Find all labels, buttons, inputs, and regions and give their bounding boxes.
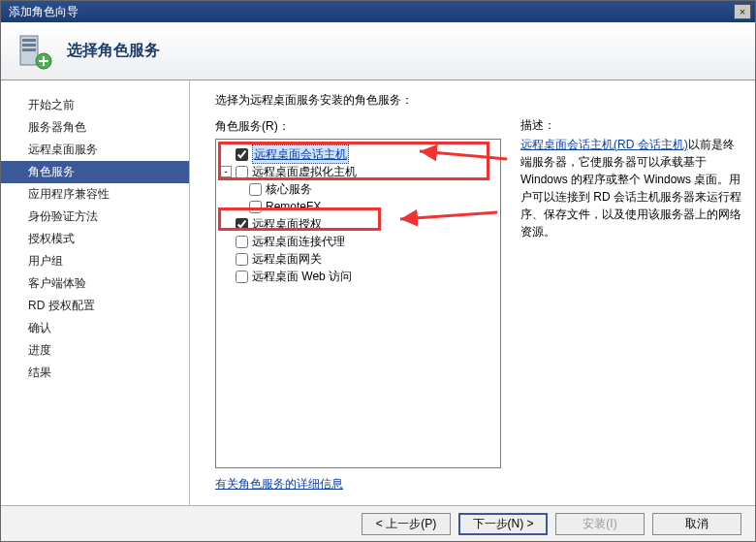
checkbox-core-services[interactable] — [249, 183, 262, 196]
install-button: 安装(I) — [555, 513, 645, 535]
learn-more-link[interactable]: 有关角色服务的详细信息 — [215, 477, 343, 491]
sidebar-step-results[interactable]: 结果 — [1, 362, 189, 384]
tree-item-rd-web-access[interactable]: 远程桌面 Web 访问 — [220, 268, 496, 285]
checkbox-rd-web-access[interactable] — [236, 271, 248, 283]
tree-item-rd-gateway[interactable]: 远程桌面网关 — [220, 250, 496, 268]
role-services-tree: 远程桌面会话主机 - 远程桌面虚拟化主机 核心服务 RemoteFX — [215, 139, 501, 468]
collapse-icon[interactable]: - — [220, 166, 232, 177]
sidebar-step-rd-license-config[interactable]: RD 授权配置 — [1, 295, 189, 317]
svg-rect-3 — [22, 48, 36, 51]
sidebar-step-progress[interactable]: 进度 — [1, 339, 189, 362]
sidebar-step-license-mode[interactable]: 授权模式 — [1, 228, 189, 250]
description-text: 远程桌面会话主机(RD 会话主机)以前是终端服务器，它使服务器可以承载基于 Wi… — [520, 136, 741, 240]
next-button[interactable]: 下一步(N) > — [458, 513, 548, 535]
sidebar-step-user-groups[interactable]: 用户组 — [1, 250, 189, 272]
server-role-icon — [15, 32, 53, 71]
title-bar: 添加角色向导 × — [1, 1, 755, 22]
checkbox-rd-licensing[interactable] — [236, 218, 248, 231]
page-heading: 选择角色服务 — [67, 41, 160, 61]
prev-button[interactable]: < 上一步(P) — [362, 513, 451, 535]
sidebar-step-client-exp[interactable]: 客户端体验 — [1, 272, 189, 295]
wizard-header: 选择角色服务 — [1, 22, 755, 80]
main-content: 选择为远程桌面服务安装的角色服务： 角色服务(R)： 远程桌面会话主机 - 远程… — [190, 80, 755, 505]
close-button[interactable]: × — [734, 4, 751, 19]
checkbox-rd-session-host[interactable] — [236, 148, 248, 161]
tree-item-core-services[interactable]: 核心服务 — [220, 180, 496, 198]
checkbox-remotefx[interactable] — [249, 201, 262, 213]
sidebar-step-rds[interactable]: 远程桌面服务 — [1, 139, 189, 161]
checkbox-rd-connection-broker[interactable] — [236, 236, 248, 248]
tree-item-rd-virtualization-host[interactable]: - 远程桌面虚拟化主机 — [220, 163, 496, 180]
description-panel: 描述： 远程桌面会话主机(RD 会话主机)以前是终端服务器，它使服务器可以承载基… — [520, 116, 741, 501]
svg-rect-1 — [22, 39, 36, 42]
instruction-text: 选择为远程桌面服务安装的角色服务： — [215, 92, 741, 109]
sidebar-step-confirm[interactable]: 确认 — [1, 317, 189, 339]
wizard-steps-sidebar: 开始之前 服务器角色 远程桌面服务 角色服务 应用程序兼容性 身份验证方法 授权… — [1, 80, 190, 505]
window-title: 添加角色向导 — [9, 1, 79, 22]
checkbox-rd-gateway[interactable] — [236, 253, 248, 266]
sidebar-step-app-compat[interactable]: 应用程序兼容性 — [1, 183, 189, 206]
svg-rect-2 — [22, 44, 36, 47]
sidebar-step-role-services[interactable]: 角色服务 — [1, 161, 189, 183]
sidebar-step-server-roles[interactable]: 服务器角色 — [1, 116, 189, 139]
wizard-footer: < 上一步(P) 下一步(N) > 安装(I) 取消 — [1, 505, 755, 542]
tree-item-rd-connection-broker[interactable]: 远程桌面连接代理 — [220, 233, 496, 250]
role-services-label: 角色服务(R)： — [215, 118, 501, 135]
tree-item-rd-licensing[interactable]: 远程桌面授权 — [220, 215, 496, 233]
checkbox-rd-virtualization-host[interactable] — [236, 166, 248, 178]
tree-item-rd-session-host[interactable]: 远程桌面会话主机 — [220, 145, 496, 163]
tree-item-remotefx[interactable]: RemoteFX — [220, 198, 496, 215]
sidebar-step-auth-method[interactable]: 身份验证方法 — [1, 206, 189, 228]
sidebar-step-before-begin[interactable]: 开始之前 — [1, 94, 189, 116]
description-link[interactable]: 远程桌面会话主机(RD 会话主机) — [520, 138, 688, 151]
cancel-button[interactable]: 取消 — [652, 513, 741, 535]
description-label: 描述： — [520, 116, 741, 134]
